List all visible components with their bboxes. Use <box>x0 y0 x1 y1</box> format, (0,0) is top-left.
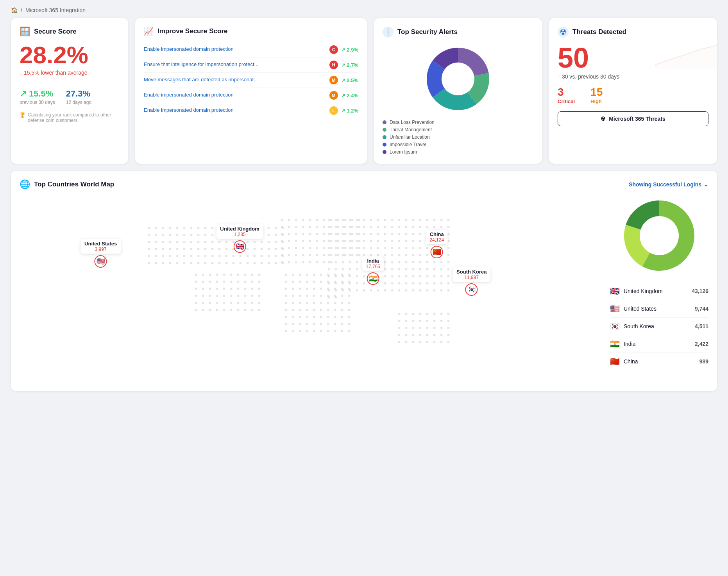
pin-country-name: United States <box>84 241 117 247</box>
legend-item: Impossible Travel <box>383 142 533 147</box>
country-name: China <box>624 358 638 365</box>
threats-detected-card: ☢ Threats Detected 50 ↑ 30 vs. previous … <box>549 18 717 164</box>
country-callout: South Korea 11,997 <box>453 267 490 282</box>
country-flag: 🇨🇳 <box>610 357 620 366</box>
country-callout: United Kingdom 1,235 <box>216 224 263 239</box>
improve-item-left: Enable impersonated domain protection <box>144 91 326 98</box>
threats-button[interactable]: ☢ Microsoft 365 Threats <box>558 111 708 126</box>
country-name: India <box>624 341 635 347</box>
alerts-header: ❕ Top Security Alerts <box>383 27 533 38</box>
country-flag-name: 🇰🇷 South Korea <box>610 322 654 331</box>
chart-icon: 📈 <box>144 27 154 36</box>
pin-country-name: India <box>366 258 380 264</box>
legend-item: Data Loss Prevention <box>383 120 533 125</box>
country-count: 43,126 <box>692 288 708 294</box>
country-list-item: 🇨🇳 China 989 <box>610 353 708 370</box>
country-callout: India 17,765 <box>362 256 384 271</box>
improve-item-score: ↗ 2.4% <box>341 93 358 98</box>
country-pin: South Korea 11,997 🇰🇷 <box>453 267 490 296</box>
country-flag-name: 🇬🇧 United Kingdom <box>610 286 663 296</box>
home-icon[interactable]: 🏠 <box>11 7 18 13</box>
country-flag: 🇬🇧 <box>610 286 620 296</box>
critical-label: Critical <box>558 98 575 104</box>
country-name: United Kingdom <box>624 288 663 294</box>
country-flag: 🇮🇳 <box>610 339 620 349</box>
breadcrumb-separator: / <box>21 7 22 13</box>
threat-high-stat: 15 High <box>590 86 603 104</box>
threats-btn-label: Microsoft 365 Threats <box>609 116 665 122</box>
breadcrumb: 🏠 / Microsoft 365 Integration <box>0 0 728 18</box>
alerts-legend: Data Loss PreventionThreat ManagementUnf… <box>383 120 533 157</box>
improve-item-right: L ↗ 1.2% <box>329 106 358 115</box>
improve-item-left: Enable impersonated domain protection <box>144 45 326 53</box>
world-map-title: Top Countries World Map <box>34 181 114 188</box>
improve-item-badge: L <box>329 106 338 115</box>
rank-note-text: Calculating your rank compared to other … <box>28 112 120 123</box>
pin-country-name: United Kingdom <box>220 226 259 232</box>
legend-item: Threat Management <box>383 127 533 132</box>
pin-country-name: China <box>429 231 444 237</box>
improve-item-score: ↗ 2.7% <box>341 62 358 68</box>
country-count: 9,744 <box>695 306 708 312</box>
improve-item-link[interactable]: Enable impersonated domain protection <box>144 46 234 52</box>
country-flag-name: 🇨🇳 China <box>610 357 638 366</box>
world-header-left: 🌐 Top Countries World Map <box>20 179 114 190</box>
legend-label: Unfamiliar Location <box>390 134 430 140</box>
improve-item-right: H ↗ 2.7% <box>329 61 358 69</box>
legend-dot <box>383 128 386 132</box>
score-sub-value: 15.5% lower than average <box>24 70 88 76</box>
legend-label: Threat Management <box>390 127 432 132</box>
country-list-item: 🇺🇸 United States 9,744 <box>610 300 708 318</box>
threat-stats: 3 Critical 15 High <box>558 86 708 104</box>
sidebar-donut-chart <box>620 197 698 275</box>
pin-flag: 🇰🇷 <box>465 283 478 296</box>
arrow-down-icon: ↓ <box>20 70 22 76</box>
pin-flag: 🇺🇸 <box>95 255 107 268</box>
improve-item: Ensure that intelligence for impersonati… <box>144 57 358 73</box>
improve-item-left: Move messages that are detected as imper… <box>144 76 326 83</box>
threat-critical-stat: 3 Critical <box>558 86 575 104</box>
top-alerts-card: ❕ Top Security Alerts Data Loss Preventi… <box>374 18 542 164</box>
threat-arrow-up: ↑ <box>558 73 560 80</box>
alerts-donut-container <box>383 44 533 114</box>
improve-item-link[interactable]: Move messages that are detected as imper… <box>144 77 258 82</box>
improve-item-badge: H <box>329 61 338 69</box>
improve-item-score: ↗ 2.9% <box>341 47 358 53</box>
improve-item-link[interactable]: Enable impersonated domain protection <box>144 107 234 113</box>
country-count: 2,422 <box>695 341 708 347</box>
improve-item-link[interactable]: Ensure that intelligence for impersonati… <box>144 61 258 67</box>
improve-item-link[interactable]: Enable impersonated domain protection <box>144 92 234 98</box>
improve-items-list: Enable impersonated domain protection C … <box>144 42 358 118</box>
score-stat-30days: ↗ 15.5% previous 30 days <box>20 89 55 105</box>
score-sub-text: ↓ 15.5% lower than average <box>20 70 120 76</box>
legend-item: Unfamiliar Location <box>383 134 533 140</box>
pin-country-name: South Korea <box>456 269 487 275</box>
country-flag-name: 🇺🇸 United States <box>610 304 656 313</box>
alert-icon: ❕ <box>383 27 394 38</box>
improve-item: Enable impersonated domain protection L … <box>144 103 358 118</box>
improve-item-left: Enable impersonated domain protection <box>144 106 326 114</box>
score-12day-label: 12 days ago <box>66 100 91 105</box>
country-list: 🇬🇧 United Kingdom 43,126 🇺🇸 United State… <box>610 283 708 370</box>
improve-score-header: 📈 Improve Secure Score <box>144 27 358 36</box>
country-pin: China 24,124 🇨🇳 <box>426 230 448 258</box>
showing-dropdown[interactable]: Showing Successful Logins ⌄ <box>629 181 708 188</box>
pin-country-count: 24,124 <box>429 237 444 243</box>
rank-note: 🏆 Calculating your rank compared to othe… <box>20 112 120 123</box>
improve-item-score: ↗ 1.2% <box>341 108 358 114</box>
country-flag: 🇺🇸 <box>610 304 620 313</box>
improve-item-badge: M <box>329 91 338 100</box>
pin-country-count: 17,765 <box>366 264 380 269</box>
threats-btn-icon: ☢ <box>601 116 606 122</box>
legend-dot <box>383 120 386 124</box>
legend-dot <box>383 135 386 139</box>
score-divider <box>20 83 120 83</box>
country-pin: India 17,765 🇮🇳 <box>362 256 384 285</box>
high-label: High <box>590 98 603 104</box>
alerts-donut-chart <box>423 44 493 114</box>
country-pin: United States 3,997 🇺🇸 <box>80 239 121 268</box>
improve-item: Enable impersonated domain protection M … <box>144 88 358 103</box>
improve-item-badge: M <box>329 76 338 84</box>
improve-score-title: Improve Secure Score <box>157 27 228 35</box>
svg-marker-0 <box>655 45 717 69</box>
